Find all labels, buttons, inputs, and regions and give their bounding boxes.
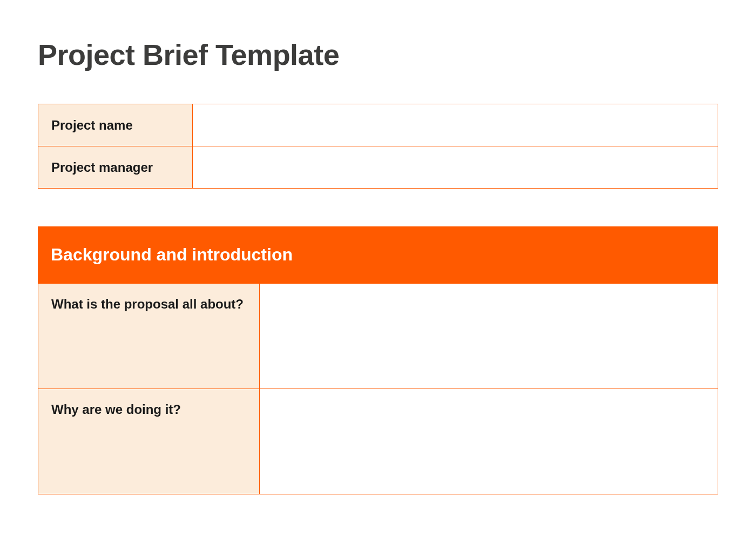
answer-why[interactable]: [260, 389, 718, 494]
project-name-value[interactable]: [193, 104, 718, 146]
table-row: What is the proposal all about?: [38, 284, 718, 389]
question-why: Why are we doing it?: [38, 389, 260, 494]
question-proposal: What is the proposal all about?: [38, 284, 260, 389]
meta-table: Project name Project manager: [38, 104, 718, 189]
table-row: Project manager: [38, 146, 718, 189]
table-row: Why are we doing it?: [38, 389, 718, 494]
table-row: Project name: [38, 104, 718, 146]
project-name-label: Project name: [38, 104, 193, 146]
project-manager-label: Project manager: [38, 146, 193, 189]
section-heading: Background and introduction: [38, 226, 718, 283]
section-table: What is the proposal all about? Why are …: [38, 283, 718, 494]
page-title: Project Brief Template: [38, 38, 756, 71]
answer-proposal[interactable]: [260, 284, 718, 389]
project-manager-value[interactable]: [193, 146, 718, 189]
